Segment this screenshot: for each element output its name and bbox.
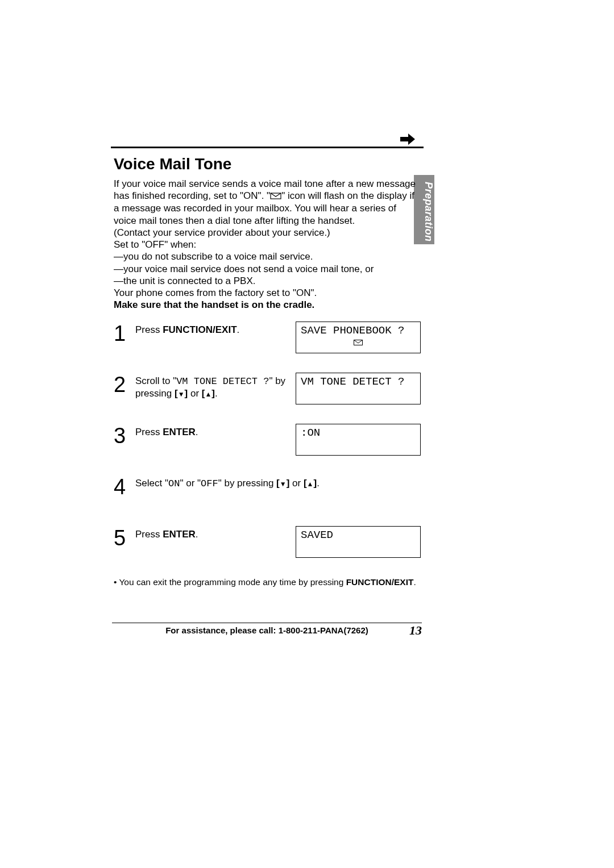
lcd-text: SAVED (301, 529, 333, 541)
step-num: 1 (114, 322, 135, 344)
step-or: or (289, 478, 304, 489)
intro-p4: —you do not subscribe to a voice mail se… (114, 251, 313, 262)
step-row: 5 Press ENTER. SAVED (114, 526, 421, 560)
step-pre: Scroll to " (135, 375, 176, 386)
mail-icon (354, 336, 363, 349)
exit-note-post: . (414, 577, 416, 587)
page-footer: For assistance, please call: 1-800-211-P… (0, 623, 614, 635)
step-num: 4 (114, 475, 135, 498)
step-row: 3 Press ENTER. :ON (114, 424, 421, 458)
step-keys: [▲] (202, 388, 215, 399)
lcd-display: SAVED (296, 526, 421, 558)
step-num: 3 (114, 424, 135, 446)
step-post: . (196, 529, 198, 540)
lcd-display: SAVE PHONEBOOK ? (296, 322, 421, 353)
step-key: ENTER (163, 427, 196, 437)
step-mono: ON (168, 478, 180, 489)
exit-note-key: FUNCTION/EXIT (346, 577, 414, 587)
step-num: 2 (114, 373, 135, 395)
step-pre: Press (135, 427, 163, 437)
intro-block: If your voice mail service sends a voice… (114, 178, 421, 311)
page-number: 13 (409, 623, 422, 638)
step-pre: Press (135, 324, 163, 335)
intro-p3: Set to "OFF" when: (114, 239, 196, 250)
page-title: Voice Mail Tone (114, 155, 506, 173)
step-mono: OFF (201, 478, 218, 489)
step-text: Press ENTER. (135, 424, 296, 438)
step-keys: [▼] (175, 388, 188, 399)
step-text: Scroll to "VM TONE DETECT ?" by pressing… (135, 373, 296, 400)
footer-rule (112, 623, 422, 623)
step-text: Select "ON" or "OFF" by pressing [▼] or … (135, 475, 421, 490)
lcd-text: :ON (301, 427, 320, 439)
step-text: Press ENTER. (135, 526, 296, 540)
step-mid: " by pressing (218, 478, 276, 489)
intro-bold-note: Make sure that the handset is on the cra… (114, 299, 314, 310)
step-key: ENTER (163, 529, 196, 540)
step-key: FUNCTION/EXIT (163, 324, 237, 335)
intro-p7: Your phone comes from the factory set to… (114, 287, 317, 298)
step-mono: VM TONE DETECT ? (176, 376, 269, 387)
step-row: 1 Press FUNCTION/EXIT. SAVE PHONEBOOK ? (114, 322, 421, 356)
footer-text: For assistance, please call: 1-800-211-P… (165, 625, 368, 635)
lcd-display: VM TONE DETECT ? (296, 373, 421, 404)
lcd-text: VM TONE DETECT ? (301, 375, 404, 388)
step-pre: Press (135, 529, 163, 540)
step-mid: " or " (180, 478, 201, 489)
step-keys: [▲] (304, 478, 317, 489)
step-post: . (237, 324, 240, 335)
mail-icon (270, 190, 281, 202)
step-row: 2 Scroll to "VM TONE DETECT ?" by pressi… (114, 373, 421, 407)
steps-list: 1 Press FUNCTION/EXIT. SAVE PHONEBOOK ? … (114, 322, 421, 560)
step-post: . (196, 427, 198, 437)
lcd-display: :ON (296, 424, 421, 456)
exit-note: • You can exit the programming mode any … (114, 577, 506, 587)
exit-note-text: • You can exit the programming mode any … (114, 577, 346, 587)
step-post: . (317, 478, 320, 489)
step-keys: [▼] (276, 478, 289, 489)
intro-p6: —the unit is connected to a PBX. (114, 276, 255, 286)
step-row: 4 Select "ON" or "OFF" by pressing [▼] o… (114, 475, 421, 509)
step-pre: Select " (135, 478, 168, 489)
step-num: 5 (114, 526, 135, 549)
step-text: Press FUNCTION/EXIT. (135, 322, 296, 336)
step-post: . (215, 388, 218, 399)
lcd-text: SAVE PHONEBOOK ? (301, 324, 404, 337)
intro-p5: —your voice mail service does not send a… (114, 264, 374, 274)
intro-p2: (Contact your service provider about you… (114, 227, 330, 238)
